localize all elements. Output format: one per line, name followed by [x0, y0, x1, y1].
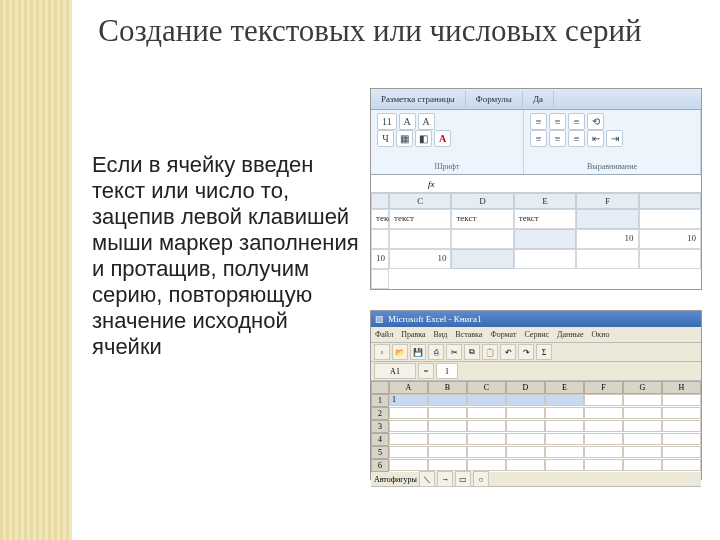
cell	[662, 433, 701, 445]
fontsize-selector: 11	[377, 113, 397, 130]
col-header: H	[662, 381, 701, 394]
menu-item: Окно	[592, 330, 610, 339]
align-bot-icon: ≡	[568, 113, 585, 130]
menu-bar: Файл Правка Вид Вставка Формат Сервис Да…	[371, 327, 701, 343]
cell	[467, 446, 506, 458]
col-header: A	[389, 381, 428, 394]
cell	[389, 229, 451, 249]
underline-button: Ч	[377, 130, 394, 147]
cell	[662, 407, 701, 419]
row-header: 2	[371, 407, 389, 420]
cell	[428, 459, 467, 471]
oval-icon: ○	[473, 471, 489, 487]
cell	[545, 433, 584, 445]
cell	[623, 407, 662, 419]
slide-title: Создание текстовых или числовых серий	[40, 12, 700, 49]
cell: 10	[371, 249, 389, 269]
cell	[506, 433, 545, 445]
window-titlebar: ▧ Microsoft Excel - Книга1	[371, 311, 701, 327]
cell	[639, 249, 701, 269]
cell	[506, 394, 545, 406]
cell	[506, 446, 545, 458]
cell: 1	[389, 394, 428, 406]
drawing-toolbar: Автофигуры ＼ → ▭ ○	[371, 472, 701, 487]
cell	[389, 446, 428, 458]
body-paragraph: Если в ячейку введен текст или число то,…	[92, 152, 360, 360]
format-toolbar: A1 = 1	[371, 362, 701, 381]
cell	[623, 433, 662, 445]
row-header	[639, 193, 701, 209]
cell	[545, 459, 584, 471]
cell	[623, 446, 662, 458]
row-header: 4	[371, 433, 389, 446]
cell: 10	[389, 249, 451, 269]
cell	[514, 249, 576, 269]
col-header: F	[584, 381, 623, 394]
align-mid-icon: ≡	[549, 113, 566, 130]
group-label: Выравнивание	[530, 162, 694, 171]
menu-item: Формат	[490, 330, 516, 339]
cell	[576, 249, 638, 269]
menu-item: Файл	[375, 330, 393, 339]
cell	[506, 407, 545, 419]
paste-icon: 📋	[482, 344, 498, 360]
cut-icon: ✂	[446, 344, 462, 360]
ribbon-tab: Формулы	[466, 91, 523, 107]
print-icon: ⎙	[428, 344, 444, 360]
cell: текст	[389, 209, 451, 229]
cell: 10	[639, 229, 701, 249]
menu-item: Данные	[557, 330, 584, 339]
cell	[584, 394, 623, 406]
cell	[623, 459, 662, 471]
ribbon-group-font: 11 А А Ч ▦ ◧ А Шрифт	[371, 110, 524, 174]
cell	[662, 394, 701, 406]
cell	[389, 420, 428, 432]
cell	[506, 420, 545, 432]
row-header: 5	[371, 446, 389, 459]
fx-icon: fx	[422, 179, 441, 189]
col-header: B	[428, 381, 467, 394]
cell	[584, 433, 623, 445]
cell	[467, 407, 506, 419]
worksheet-grid: C D E F текст текст текст текст 10 10 10…	[371, 193, 701, 289]
col-header: D	[506, 381, 545, 394]
decrease-font-icon: А	[418, 113, 435, 130]
rect-icon: ▭	[455, 471, 471, 487]
menu-item: Вставка	[455, 330, 482, 339]
ribbon-tab: Да	[523, 91, 554, 107]
align-top-icon: ≡	[530, 113, 547, 130]
row-header: 3	[371, 420, 389, 433]
increase-font-icon: А	[399, 113, 416, 130]
fx-icon: =	[418, 363, 434, 379]
col-header: G	[623, 381, 662, 394]
align-center-icon: ≡	[549, 130, 566, 147]
cell	[662, 459, 701, 471]
cell	[623, 420, 662, 432]
col-header: C	[467, 381, 506, 394]
cell: текст	[371, 209, 389, 229]
arrow-icon: →	[437, 471, 453, 487]
row-header: 1	[371, 394, 389, 407]
cell	[545, 446, 584, 458]
align-left-icon: ≡	[530, 130, 547, 147]
cell	[467, 420, 506, 432]
border-icon: ▦	[396, 130, 413, 147]
indent-dec-icon: ⇤	[587, 130, 604, 147]
cell	[371, 269, 389, 289]
menu-item: Вид	[434, 330, 448, 339]
ribbon-tab: Разметка страницы	[371, 91, 466, 107]
row-header	[451, 249, 513, 269]
ribbon-tabs: Разметка страницы Формулы Да	[371, 89, 701, 110]
cell	[584, 446, 623, 458]
cell	[428, 446, 467, 458]
cell	[623, 394, 662, 406]
formula-bar: fx	[371, 175, 701, 193]
autoshapes-label: Автофигуры	[374, 475, 417, 484]
row-header	[514, 229, 576, 249]
cell	[428, 407, 467, 419]
cell	[584, 407, 623, 419]
cell	[428, 420, 467, 432]
col-header: E	[545, 381, 584, 394]
col-header: E	[514, 193, 576, 209]
cell: текст	[514, 209, 576, 229]
